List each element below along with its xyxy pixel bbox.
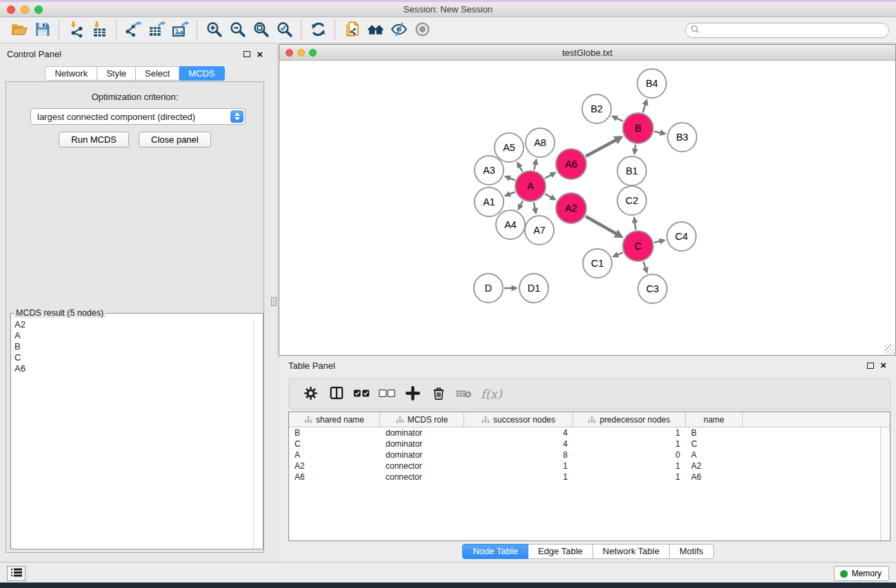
tab-node-table[interactable]: Node Table [462,544,528,559]
table-panel-header: Table Panel × [280,356,896,375]
graph-node-label: D [485,283,492,294]
toolbar-separator [116,21,117,40]
export-network-button[interactable] [121,19,145,41]
table-row[interactable]: A dominator 8 0 A [289,449,880,460]
clone-network-icon [344,21,361,40]
select-all-columns-button[interactable] [349,382,375,407]
graph-node-label: A1 [483,196,495,207]
desktop-strip [0,582,896,588]
zoom-fit-button[interactable] [249,19,272,41]
tab-style[interactable]: Style [97,66,136,81]
refresh-icon [310,21,327,40]
list-item[interactable]: B [12,341,252,352]
list-icon [11,568,22,579]
graph-node-label: B2 [590,103,603,114]
task-history-button[interactable] [7,566,26,581]
tab-motifs[interactable]: Motifs [670,544,714,559]
column-header-successor-nodes[interactable]: successor nodes [464,412,573,427]
table-body: B dominator 4 1 B C dominator 4 1 C A do… [289,427,880,540]
resize-grip-icon[interactable] [884,344,895,354]
table-row[interactable]: A2 connector 1 1 A2 [289,460,880,472]
zoom-out-button[interactable] [226,19,249,41]
list-item[interactable]: A6 [12,363,252,374]
tab-edge-table[interactable]: Edge Table [528,544,593,559]
column-header-mcds-role[interactable]: MCDS role [380,412,464,427]
close-table-panel-icon[interactable]: × [880,362,886,369]
column-header-shared-name[interactable]: shared name [289,412,380,427]
hide-glyph-button[interactable] [387,19,410,41]
search-input[interactable] [702,24,888,37]
network-view-window: testGlobe.txt AA1A2A3A4A5A6A7A8BB1B2B3B4… [279,44,896,356]
vertical-splitter-handle[interactable] [271,297,277,306]
zoom-in-icon [206,21,223,40]
tab-mcds[interactable]: MCDS [179,66,224,81]
window-title: Session: New Session [0,4,896,14]
save-session-button[interactable] [30,19,54,41]
graph-node-label: A3 [483,165,495,176]
table-row[interactable]: B dominator 4 1 B [289,427,880,438]
toolbar-separator [301,21,301,40]
memory-button[interactable]: Memory [834,566,889,581]
network-graph[interactable]: AA1A2A3A4A5A6A7A8BB1B2B3B4CC1C2C3C4DD1 [279,61,895,355]
unchecked-boxes-icon [379,389,396,400]
close-panel-icon[interactable]: × [257,51,263,58]
open-session-button[interactable] [7,19,30,41]
tab-network-table[interactable]: Network Table [593,544,670,559]
clone-network-button[interactable] [340,19,364,41]
float-panel-icon[interactable] [243,51,250,57]
table-scrollbar[interactable] [880,427,890,540]
home-views-button[interactable] [364,19,387,41]
main-titlebar: Session: New Session [0,2,896,17]
close-panel-button[interactable]: Close panel [139,132,211,148]
export-image-button[interactable] [168,19,192,41]
float-table-panel-icon[interactable] [867,363,874,369]
function-builder-icon[interactable]: f(x) [481,387,502,401]
table-row[interactable]: A6 connector 1 1 A6 [289,472,880,483]
graph-node-label: B3 [676,132,688,143]
zoom-in-button[interactable] [202,19,226,41]
run-mcds-button[interactable]: Run MCDS [59,132,129,148]
memory-label: Memory [852,569,882,578]
export-table-button[interactable] [145,19,168,41]
tab-network[interactable]: Network [45,66,97,81]
control-panel-title: Control Panel [7,49,61,59]
eye-icon [414,21,431,40]
network-canvas[interactable]: AA1A2A3A4A5A6A7A8BB1B2B3B4CC1C2C3C4DD1 [279,61,895,355]
toolbar-separator [59,21,59,40]
table-settings-button[interactable] [298,382,323,407]
refresh-layout-button[interactable] [306,19,330,41]
criterion-dropdown[interactable]: largest connected component (directed) [30,108,246,125]
graph-node-label: C [635,241,641,252]
import-network-icon [68,21,85,40]
column-header-predecessor-nodes[interactable]: predecessor nodes [573,412,686,427]
network-window-titlebar[interactable]: testGlobe.txt [279,45,895,61]
graph-node-label: C1 [591,258,604,269]
create-column-button[interactable] [400,382,426,407]
table-toolbar: f(x) [288,378,890,409]
deselect-all-columns-button[interactable] [375,382,400,407]
delete-table-button[interactable] [451,382,477,407]
import-table-button[interactable] [88,19,111,41]
control-panel-tabs: Network Style Select MCDS [0,66,270,81]
mcds-result-title: MCDS result (5 nodes) [14,308,106,318]
main-toolbar [0,17,896,43]
eye-slash-icon [390,21,408,40]
column-view-button[interactable] [323,382,349,407]
status-bar: Memory [0,562,896,582]
list-item[interactable]: A2 [12,319,252,330]
graph-node-label: C2 [626,195,639,206]
column-header-name[interactable]: name [686,412,743,427]
import-network-button[interactable] [64,19,88,41]
table-row[interactable]: C dominator 4 1 C [289,438,880,449]
toolbar-separator [197,21,197,40]
tab-select[interactable]: Select [136,66,179,81]
mcds-result-list[interactable]: A2 A B C A6 [12,319,252,548]
show-eye-button[interactable] [410,19,434,41]
list-item[interactable]: A [12,330,252,341]
split-columns-icon [329,385,344,403]
delete-column-button[interactable] [426,382,451,407]
result-scrollbar[interactable] [253,319,263,548]
search-field[interactable] [685,23,889,38]
zoom-selected-button[interactable] [272,19,296,41]
list-item[interactable]: C [12,352,252,363]
